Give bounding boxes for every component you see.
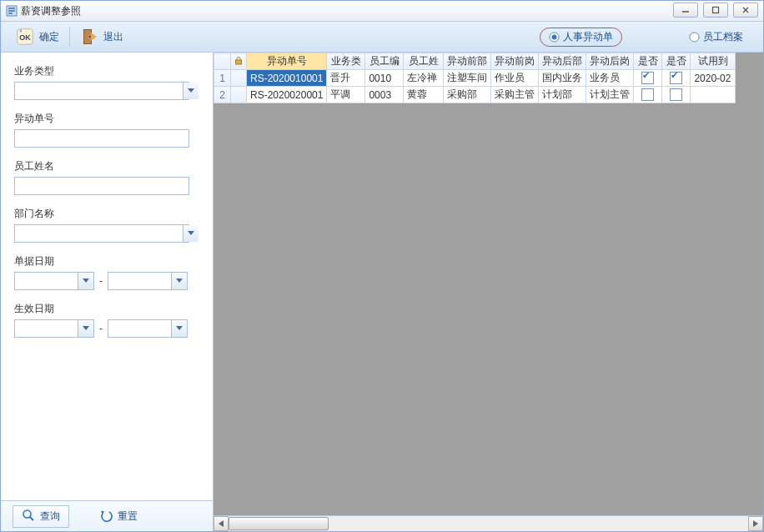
col-post-before[interactable]: 异动前岗 (491, 53, 539, 70)
radio-hr-change-label: 人事异动单 (563, 30, 613, 44)
horizontal-scrollbar[interactable] (214, 515, 763, 531)
title-bar: 薪资调整参照 (1, 1, 763, 22)
hr-change-highlight: 人事异动单 (540, 28, 622, 47)
svg-marker-28 (219, 520, 224, 527)
svg-point-16 (552, 34, 557, 39)
exit-icon (80, 28, 98, 46)
chevron-down-icon[interactable] (78, 273, 93, 289)
col-flag1[interactable]: 是否 (634, 53, 662, 70)
biz-type-combobox[interactable] (14, 82, 189, 100)
app-icon (6, 5, 18, 17)
chevron-down-icon[interactable] (171, 273, 187, 289)
svg-marker-13 (91, 33, 97, 41)
chevron-down-icon[interactable] (183, 225, 199, 242)
dept-name-combobox[interactable] (14, 224, 189, 243)
emp-name-input[interactable] (14, 177, 189, 195)
exit-button[interactable]: 退出 (73, 24, 130, 49)
lock-icon (234, 57, 243, 65)
svg-point-17 (690, 33, 699, 42)
scroll-left-button[interactable] (214, 516, 229, 531)
col-biz-type[interactable]: 业务类 (327, 53, 365, 70)
svg-point-24 (23, 510, 31, 518)
window-root: 薪资调整参照 OK 确定 退出 人事异动单 (0, 0, 764, 532)
change-no-label: 异动单号 (14, 112, 199, 126)
checkbox[interactable] (641, 88, 654, 101)
query-button[interactable]: 查询 (13, 505, 69, 528)
window-title: 薪资调整参照 (21, 4, 81, 18)
checkbox[interactable] (670, 88, 682, 101)
svg-marker-19 (188, 231, 194, 235)
search-icon (22, 509, 35, 524)
svg-rect-3 (8, 13, 13, 14)
sidebar-footer: 查询 重置 (1, 500, 213, 531)
col-emp-code[interactable]: 员工编 (365, 53, 404, 70)
ok-button[interactable]: OK 确定 (9, 24, 66, 49)
radio-hr-change[interactable]: 人事异动单 (549, 30, 613, 44)
svg-text:OK: OK (19, 33, 31, 42)
scroll-thumb[interactable] (229, 517, 329, 530)
scroll-right-button[interactable] (748, 516, 763, 531)
table-row[interactable]: 1RS-2020010001晋升0010左冷禅注塑车间作业员国内业务业务员202… (214, 70, 736, 87)
chevron-down-icon[interactable] (78, 320, 93, 337)
minimize-button[interactable] (673, 3, 698, 18)
field-change-no: 异动单号 (14, 112, 199, 148)
field-biz-type: 业务类型 (14, 64, 199, 100)
grid-header-row: 异动单号 业务类 员工编 员工姓 异动前部 异动前岗 异动后部 异动后岗 是否 … (214, 53, 736, 70)
window-controls (673, 3, 758, 18)
radio-empty-icon (689, 32, 700, 43)
radio-emp-file-label: 员工档案 (703, 30, 743, 44)
query-button-label: 查询 (40, 509, 60, 524)
filter-form: 业务类型 异动单号 员工姓名 部门名称 (1, 53, 213, 500)
svg-marker-22 (83, 326, 89, 330)
col-dept-before[interactable]: 异动前部 (444, 53, 491, 70)
grid-container: 异动单号 业务类 员工编 员工姓 异动前部 异动前岗 异动后部 异动后岗 是否 … (214, 53, 763, 515)
reset-button[interactable]: 重置 (91, 506, 146, 527)
main-area: 异动单号 业务类 员工编 员工姓 异动前部 异动前岗 异动后部 异动后岗 是否 … (214, 53, 763, 531)
results-grid[interactable]: 异动单号 业务类 员工编 员工姓 异动前部 异动前岗 异动后部 异动后岗 是否 … (214, 53, 736, 103)
doc-date-label: 单据日期 (14, 254, 199, 269)
toolbar: OK 确定 退出 人事异动单 员工档案 (1, 22, 763, 53)
undo-icon (99, 509, 113, 524)
svg-rect-1 (8, 8, 15, 9)
view-radio-group: 人事异动单 员工档案 (540, 22, 743, 52)
body: 业务类型 异动单号 员工姓名 部门名称 (1, 53, 763, 531)
field-dept-name: 部门名称 (14, 207, 199, 243)
chevron-down-icon[interactable] (171, 320, 187, 337)
exit-button-label: 退出 (103, 30, 123, 44)
table-row[interactable]: 2RS-2020020001平调0003黄蓉采购部采购主管计划部计划主管 (214, 87, 736, 103)
date-separator: - (99, 275, 103, 287)
radio-emp-file[interactable]: 员工档案 (689, 30, 743, 44)
change-no-input[interactable] (14, 129, 189, 148)
checkbox[interactable] (670, 72, 682, 84)
ok-icon: OK (16, 28, 34, 46)
col-emp-name[interactable]: 员工姓 (404, 53, 444, 70)
col-change-no[interactable]: 异动单号 (247, 53, 327, 70)
field-emp-name: 员工姓名 (14, 159, 199, 195)
ok-button-label: 确定 (39, 30, 59, 44)
toolbar-separator (69, 27, 70, 47)
col-post-after[interactable]: 异动后岗 (586, 53, 634, 70)
col-flag2[interactable]: 是否 (662, 53, 691, 70)
reset-button-label: 重置 (118, 509, 138, 524)
svg-marker-29 (753, 520, 758, 527)
svg-point-14 (89, 36, 91, 38)
svg-rect-2 (8, 10, 15, 12)
close-button[interactable] (733, 3, 758, 18)
col-dept-after[interactable]: 异动后部 (539, 53, 586, 70)
col-trial-end[interactable]: 试用到 (691, 53, 736, 70)
grid-header-lock (231, 53, 247, 70)
eff-date-label: 生效日期 (14, 302, 199, 316)
chevron-down-icon[interactable] (183, 83, 199, 99)
checkbox[interactable] (641, 72, 654, 84)
svg-marker-23 (176, 326, 183, 330)
svg-line-25 (30, 517, 33, 520)
svg-marker-26 (101, 511, 104, 514)
filter-sidebar: 业务类型 异动单号 员工姓名 部门名称 (1, 53, 214, 531)
emp-name-label: 员工姓名 (14, 159, 199, 173)
svg-marker-21 (176, 279, 183, 283)
field-eff-date: 生效日期 - (14, 302, 199, 338)
date-separator: - (99, 323, 103, 334)
biz-type-label: 业务类型 (14, 64, 199, 78)
radio-dot-icon (549, 32, 560, 43)
maximize-button[interactable] (703, 3, 728, 18)
